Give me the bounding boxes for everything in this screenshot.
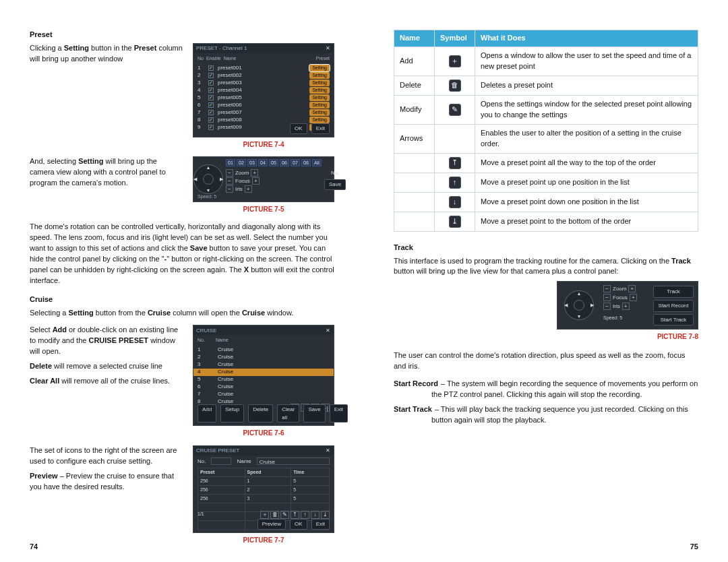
close-icon[interactable]: ✕ [324,327,331,334]
exit-button[interactable]: Exit [330,404,348,423]
cruise-dialog: CRUISE✕ No.Name 1Cruise2Cruise3Cruise4Cr… [193,325,334,426]
setting-button[interactable]: Setting [309,94,330,101]
table-row[interactable]: 3Cruise [198,361,330,369]
track-paragraph-2: The user can control the dome's rotation… [394,350,698,372]
symbol-icon: ＋ [449,55,461,67]
table-row: 4✓preset004Setting [198,86,330,94]
plus-icon[interactable]: + [630,294,637,301]
symbol-icon: ↑ [449,177,461,189]
symbol-icon: ✎ [449,104,461,116]
plus-icon[interactable]: + [622,303,630,310]
add-button[interactable]: Add [198,404,216,423]
exit-button[interactable]: Exit [311,123,330,134]
table-row: 7✓preset007Setting [198,108,330,116]
close-icon[interactable]: ✕ [324,447,331,454]
setting-button[interactable]: Setting [309,72,330,79]
table-row: 3✓preset003Setting [198,79,330,86]
save-button[interactable]: Save [303,404,325,423]
heading-track: Track [394,243,698,253]
delete-icon[interactable]: 🗑 [270,511,279,519]
exit-button[interactable]: Exit [311,519,330,530]
cruise-paragraph-2: Select Add or double-click on an existin… [30,325,183,357]
table-row[interactable]: 5Cruise [198,376,330,383]
ok-button[interactable]: OK [290,123,307,134]
dpad-icon[interactable]: ▲▼◀▶ [193,164,223,194]
caption: PICTURE 7-6 [243,429,284,439]
page-number: 75 [690,542,698,553]
delete-button[interactable]: Delete [248,404,273,423]
channel-button[interactable]: 07 [291,159,300,166]
table-row[interactable]: 2Cruise [198,354,330,361]
preview-button[interactable]: Preview [257,519,286,530]
channel-button[interactable]: 06 [280,159,289,166]
setting-button[interactable]: Setting [309,102,330,108]
minus-icon[interactable]: − [226,185,233,193]
table-row[interactable]: 6Cruise [198,383,330,391]
clear-all-button[interactable]: Clear all [277,404,299,423]
modify-icon[interactable]: ✎ [280,511,289,519]
cruise-paragraph-1: Selecting a Setting button from the Crui… [30,308,334,319]
caption: PICTURE 7-7 [243,536,284,546]
setting-button[interactable]: Setting [309,117,330,123]
table-row: 25615 [198,476,330,485]
channel-button[interactable]: 03 [247,159,257,166]
plus-icon[interactable]: + [628,285,636,292]
caption: PICTURE 7-8 [657,332,698,342]
start-track-button[interactable]: Start Track [653,314,694,326]
arrow-bottom-icon[interactable]: ⤓ [321,511,330,519]
channel-button[interactable]: 02 [237,159,246,166]
setup-button[interactable]: Setup [220,404,244,423]
table-row: 2✓preset002Setting [198,71,330,79]
minus-icon[interactable]: − [226,177,233,185]
cruise-paragraph-4: Clear All will remove all of the cruise … [30,376,183,387]
dpad-icon[interactable]: ▲▼◀▶ [564,290,594,320]
minus-icon[interactable]: − [603,294,611,301]
table-row: 25635 [198,494,330,503]
add-icon[interactable]: ＋ [260,511,269,519]
plus-icon[interactable]: + [251,169,258,177]
channel-button[interactable]: 08 [301,159,311,166]
table-row: 8✓preset008Setting [198,116,330,123]
reference-table: Name Symbol What it Does Add＋Opens a win… [394,30,698,232]
setting-button[interactable]: Setting [309,87,330,94]
arrow-top-icon[interactable]: ⤒ [291,511,299,519]
table-row: ⤓Move a preset point to the bottom of th… [394,212,698,231]
speed-label: Speed: 5 [603,315,646,321]
table-row: ⤒Move a preset point all the way to the … [394,153,698,173]
page-75: 75 Name Symbol What it Does Add＋Opens a … [364,0,728,562]
speed-label: Speed: 5 [198,193,216,200]
setting-button[interactable]: Setting [309,80,330,86]
minus-icon[interactable]: − [603,285,611,292]
table-row: 1✓preset001Setting [198,64,330,71]
plus-icon[interactable]: + [245,185,252,193]
table-row[interactable]: 4Cruise [193,369,334,376]
channel-button[interactable]: All [312,159,322,166]
table-row: ↑Move a preset point up one position in … [394,173,698,192]
heading-cruise: Cruise [30,294,334,305]
table-row: Add＋Opens a window to allow the user to … [394,46,698,75]
table-row[interactable]: 1Cruise [198,346,330,354]
ok-button[interactable]: OK [290,519,307,530]
close-icon[interactable]: ✕ [324,45,331,52]
symbol-icon: 🗑 [449,80,461,92]
setting-button[interactable]: Setting [309,65,330,71]
minus-icon[interactable]: − [603,303,611,310]
cruise-paragraph-3: Delete will remove a selected cruise lin… [30,361,183,372]
ptz-panel: ▲▼◀▶ 0102030405060708All −Zoom+ −Focus+ … [193,156,334,202]
channel-button[interactable]: 05 [269,159,278,166]
definition-start-record: Start Record – The system will begin rec… [394,379,698,389]
setting-button[interactable]: Setting [309,109,330,116]
track-button[interactable]: Track [653,286,694,298]
preset-dialog: PRESET - Channel 1✕ No Enable Name Prese… [193,43,334,137]
channel-button[interactable]: 01 [226,159,235,166]
minus-icon[interactable]: − [226,169,233,177]
channel-button[interactable]: 04 [258,159,268,166]
plus-icon[interactable]: + [252,177,260,185]
start-record-button[interactable]: Start Record [653,300,694,312]
arrow-up-icon[interactable]: ↑ [301,511,309,519]
heading-preset: Preset [30,30,334,40]
save-button[interactable]: Save [324,179,346,190]
table-row[interactable]: 7Cruise [198,391,330,398]
arrow-down-icon[interactable]: ↓ [311,511,320,519]
table-row: ↓Move a preset point down one position i… [394,192,698,212]
